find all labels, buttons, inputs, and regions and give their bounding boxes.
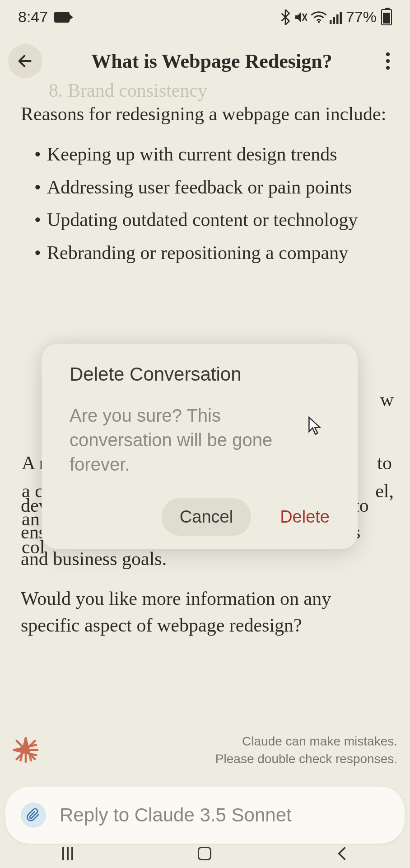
dialog-body: Are you sure? This conversation will be … xyxy=(70,403,341,476)
dialog-actions: Cancel Delete xyxy=(70,498,341,536)
svg-rect-5 xyxy=(336,14,339,24)
battery-icon xyxy=(381,9,392,25)
nav-back-button[interactable] xyxy=(336,847,348,860)
svg-point-2 xyxy=(318,21,320,23)
cancel-button[interactable]: Cancel xyxy=(162,498,251,536)
back-button[interactable] xyxy=(8,44,42,78)
bg-fragment: col xyxy=(22,536,45,558)
bg-fragment: el, xyxy=(375,480,394,502)
more-menu-button[interactable] xyxy=(381,52,399,70)
android-nav-bar xyxy=(0,839,410,868)
camera-icon xyxy=(54,12,70,23)
nav-recent-button[interactable] xyxy=(62,847,73,860)
delete-conversation-dialog: Delete Conversation Are you sure? This c… xyxy=(42,344,358,549)
bg-fragment: to xyxy=(377,452,392,474)
list-item: Addressing user feedback or pain points xyxy=(34,174,389,201)
svg-rect-4 xyxy=(333,17,335,24)
bluetooth-icon xyxy=(280,9,291,25)
nav-home-button[interactable] xyxy=(198,847,211,860)
page-title: What is Webpage Redesign? xyxy=(42,50,381,73)
claude-logo-icon xyxy=(13,737,39,763)
list-item: Keeping up with current design trends xyxy=(34,141,389,168)
list-item: Updating outdated content or technology xyxy=(34,207,389,233)
app-header: What is Webpage Redesign? xyxy=(0,30,410,78)
reply-input-bar[interactable]: Reply to Claude 3.5 Sonnet xyxy=(5,787,405,844)
content-bullet-list: Keeping up with current design trends Ad… xyxy=(21,141,389,266)
paperclip-icon xyxy=(27,808,40,822)
attach-button[interactable] xyxy=(21,802,46,828)
mouse-cursor-icon xyxy=(307,416,322,436)
disclaimer-line: Please double check responses. xyxy=(215,750,397,768)
status-right: 77% xyxy=(280,8,392,26)
content-question: Would you like more information on any s… xyxy=(21,585,389,639)
bg-fragment: a c xyxy=(22,480,43,502)
status-time: 8:47 xyxy=(18,8,48,26)
battery-percent: 77% xyxy=(346,8,377,26)
content-intro: Reasons for redesigning a webpage can in… xyxy=(21,101,389,127)
mute-icon xyxy=(294,10,308,24)
svg-rect-6 xyxy=(340,12,342,24)
wifi-icon xyxy=(311,10,327,24)
signal-icon xyxy=(330,10,343,24)
status-left: 8:47 xyxy=(18,8,70,26)
status-bar: 8:47 77% xyxy=(0,0,410,30)
disclaimer-line: Claude can make mistakes. xyxy=(215,732,397,750)
disclaimer-row: Claude can make mistakes. Please double … xyxy=(13,732,397,768)
svg-rect-3 xyxy=(330,20,332,24)
disclaimer-text: Claude can make mistakes. Please double … xyxy=(215,732,397,768)
reply-placeholder: Reply to Claude 3.5 Sonnet xyxy=(60,804,292,826)
bg-fragment: w xyxy=(380,389,394,410)
arrow-left-icon xyxy=(16,52,34,70)
bg-fragment: an xyxy=(22,508,40,530)
list-item: Rebranding or repositioning a company xyxy=(34,240,389,266)
delete-button[interactable]: Delete xyxy=(268,498,341,536)
dialog-title: Delete Conversation xyxy=(70,363,341,385)
